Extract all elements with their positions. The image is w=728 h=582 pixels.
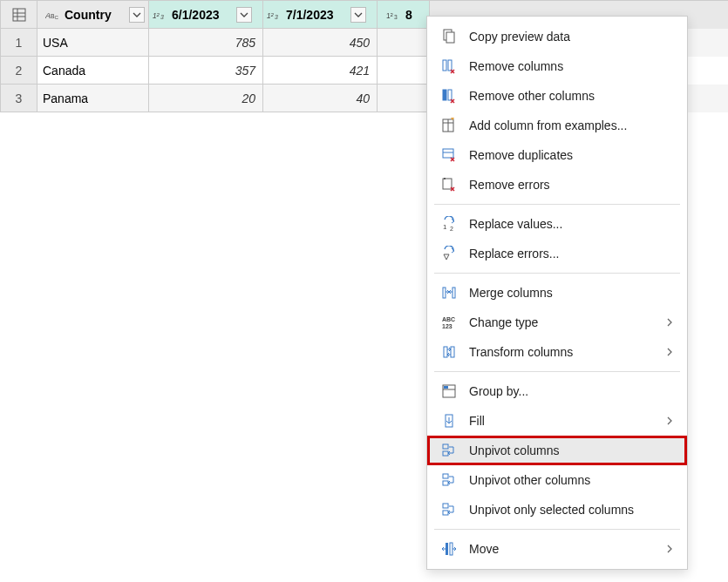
svg-rect-18	[443, 60, 446, 71]
number-type-icon: 123	[153, 9, 168, 21]
cell-country[interactable]: Canada	[37, 57, 149, 85]
cell-value[interactable]: 40	[263, 85, 378, 112]
svg-text:3: 3	[160, 13, 164, 19]
svg-rect-45	[443, 504, 448, 508]
replace-errors-icon	[439, 244, 459, 263]
cell-value[interactable]: 785	[149, 29, 263, 57]
merge-columns-icon	[439, 283, 459, 302]
svg-rect-46	[443, 511, 448, 515]
text-type-icon: ABC	[45, 9, 61, 21]
cell-value[interactable]: 450	[263, 29, 378, 57]
column-header-date1[interactable]: 123 6/1/2023	[149, 1, 263, 29]
menu-label: Replace values...	[469, 217, 675, 231]
cell-country[interactable]: USA	[37, 29, 149, 57]
svg-rect-25	[443, 149, 453, 158]
column-header-date3[interactable]: 123 8	[378, 1, 430, 29]
replace-values-icon: 12	[439, 214, 459, 233]
menu-merge-columns[interactable]: Merge columns	[427, 278, 687, 308]
menu-unpivot-columns[interactable]: Unpivot columns	[427, 436, 687, 465]
svg-rect-44	[443, 481, 448, 485]
svg-text:ABC: ABC	[442, 316, 455, 322]
cell-value[interactable]	[378, 85, 430, 112]
menu-label: Merge columns	[469, 286, 675, 300]
filter-dropdown-button[interactable]	[129, 7, 145, 23]
row-number: 3	[1, 85, 37, 112]
cell-value[interactable]: 421	[263, 57, 378, 85]
chevron-right-icon	[666, 317, 675, 328]
menu-remove-columns[interactable]: Remove columns	[427, 51, 687, 81]
svg-rect-31	[443, 288, 446, 298]
menu-label: Change type	[469, 315, 656, 329]
remove-duplicates-icon	[439, 146, 459, 165]
menu-group-by[interactable]: Group by...	[427, 376, 687, 406]
menu-remove-duplicates[interactable]: Remove duplicates	[427, 140, 687, 170]
column-label: Country	[65, 8, 126, 22]
remove-other-columns-icon	[439, 86, 459, 105]
cell-value[interactable]: 20	[149, 85, 263, 112]
remove-errors-icon	[439, 175, 459, 194]
menu-transform-columns[interactable]: Transform columns	[427, 337, 687, 367]
svg-rect-39	[444, 386, 448, 389]
fill-icon	[439, 411, 459, 430]
menu-remove-other-columns[interactable]: Remove other columns	[427, 81, 687, 111]
svg-text:C: C	[55, 14, 59, 19]
menu-separator	[434, 529, 680, 530]
unpivot-selected-icon	[439, 500, 459, 519]
menu-label: Add column from examples...	[469, 118, 675, 132]
corner-cell[interactable]	[1, 1, 37, 29]
cell-value[interactable]: 357	[149, 57, 263, 85]
menu-label: Fill	[469, 414, 656, 428]
row-number: 1	[1, 29, 37, 57]
unpivot-other-icon	[439, 470, 459, 490]
menu-add-column-from-examples[interactable]: Add column from examples...	[427, 111, 687, 140]
filter-dropdown-button[interactable]	[236, 7, 252, 23]
column-label: 6/1/2023	[172, 8, 233, 22]
group-by-icon	[439, 382, 459, 401]
svg-text:A: A	[45, 10, 51, 19]
svg-rect-47	[446, 543, 448, 555]
svg-rect-20	[443, 90, 446, 100]
menu-replace-errors[interactable]: Replace errors...	[427, 239, 687, 268]
column-label: 8	[405, 8, 425, 22]
menu-label: Unpivot only selected columns	[469, 503, 675, 517]
svg-rect-21	[448, 90, 452, 100]
svg-rect-27	[443, 179, 452, 189]
cell-value[interactable]	[378, 57, 430, 85]
menu-copy-preview-data[interactable]: Copy preview data	[427, 22, 687, 51]
number-type-icon: 123	[386, 9, 402, 21]
svg-rect-43	[443, 474, 448, 478]
add-column-examples-icon	[439, 116, 459, 135]
number-type-icon: 123	[267, 9, 282, 21]
column-label: 7/1/2023	[286, 8, 347, 22]
svg-rect-17	[446, 32, 454, 43]
cell-value[interactable]	[378, 29, 430, 57]
column-header-country[interactable]: ABC Country	[37, 1, 149, 29]
menu-label: Copy preview data	[469, 30, 675, 44]
menu-label: Move	[469, 542, 656, 556]
menu-unpivot-only-selected-columns[interactable]: Unpivot only selected columns	[427, 495, 687, 524]
menu-label: Unpivot columns	[469, 443, 675, 457]
menu-move[interactable]: Move	[427, 534, 687, 564]
svg-rect-36	[451, 347, 454, 357]
menu-separator	[434, 204, 680, 205]
unpivot-icon	[439, 441, 459, 460]
copy-icon	[439, 27, 459, 46]
change-type-icon: ABC123	[439, 313, 459, 332]
menu-unpivot-other-columns[interactable]: Unpivot other columns	[427, 465, 687, 495]
menu-replace-values[interactable]: 12 Replace values...	[427, 209, 687, 239]
chevron-right-icon	[666, 544, 675, 554]
cell-country[interactable]: Panama	[37, 85, 149, 112]
menu-remove-errors[interactable]: Remove errors	[427, 170, 687, 200]
row-number: 2	[1, 57, 37, 85]
filter-dropdown-button[interactable]	[350, 7, 366, 23]
svg-text:3: 3	[394, 13, 398, 19]
svg-rect-42	[443, 451, 448, 456]
chevron-right-icon	[666, 347, 675, 357]
column-header-date2[interactable]: 123 7/1/2023	[263, 1, 378, 29]
table-icon	[12, 8, 26, 22]
menu-label: Replace errors...	[469, 247, 675, 261]
menu-fill[interactable]: Fill	[427, 406, 687, 436]
remove-columns-icon	[439, 57, 459, 76]
menu-change-type[interactable]: ABC123 Change type	[427, 308, 687, 337]
move-icon	[439, 539, 459, 558]
